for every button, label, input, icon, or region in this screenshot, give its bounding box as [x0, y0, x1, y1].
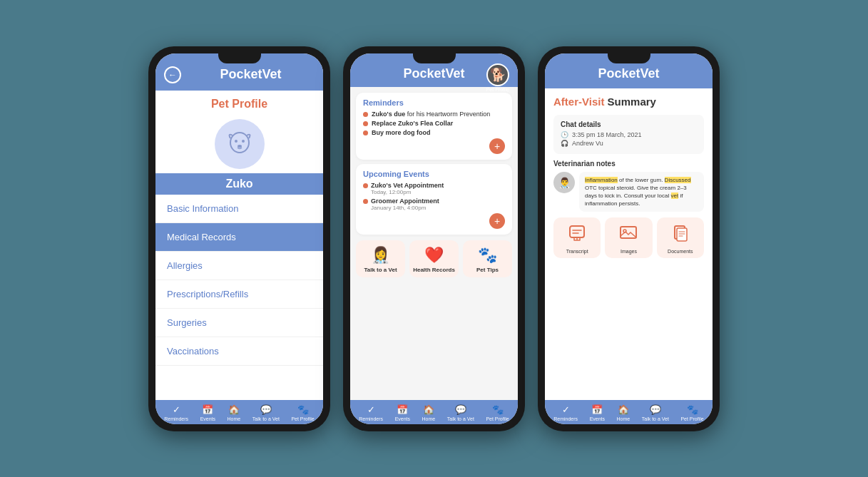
doc-actions: Transcript Images	[553, 217, 704, 258]
reminder-text-2: Replace Zuko's Flea Collar	[372, 120, 453, 127]
phone-1-notch	[218, 53, 261, 63]
images-icon	[618, 223, 638, 247]
footer-events-label: Events	[200, 416, 215, 421]
after-visit-title: After-Visit Summary	[553, 96, 704, 108]
doc-transcript[interactable]: Transcript	[553, 217, 601, 258]
vet-note-area: 👨‍⚕️ Inflammation of the lower gum. Disc…	[553, 172, 704, 212]
pet-tips-action-icon: 🐾	[478, 246, 497, 265]
menu-item-basic-info[interactable]: Basic Information	[155, 195, 323, 223]
p2-talk-vet-icon: 💬	[455, 404, 466, 415]
footer-reminders-label: Reminders	[164, 416, 188, 421]
title-dark: Summary	[608, 96, 656, 108]
p2-reminders-icon: ✓	[367, 404, 375, 415]
events-icon: 📅	[202, 404, 213, 415]
p3-footer-home-label: Home	[617, 416, 630, 421]
talk-vet-icon: 💬	[260, 404, 272, 415]
action-health-records[interactable]: ❤️ Health Records	[409, 240, 459, 277]
menu-item-surgeries[interactable]: Surgeries	[155, 309, 323, 337]
p2-footer-home[interactable]: 🏠 Home	[422, 404, 436, 421]
profile-label: Pet Profile	[486, 87, 509, 92]
back-icon: ←	[168, 70, 177, 80]
phone-2-profile-avatar[interactable]: 🐕 Pet Profile	[486, 63, 509, 92]
footer-reminders[interactable]: ✓ Reminders	[164, 404, 188, 421]
svg-point-2	[242, 140, 245, 143]
p3-footer-talk-vet[interactable]: 💬 Talk to a Vet	[642, 404, 669, 421]
footer-talk-vet[interactable]: 💬 Talk to a Vet	[252, 404, 280, 421]
add-reminder-button[interactable]: +	[489, 138, 505, 154]
reminders-title: Reminders	[363, 98, 505, 107]
p2-footer-pet-profile-label: Pet Profile	[486, 416, 509, 421]
phone-2: PocketVet 🐕 Pet Profile Reminders Zuko's…	[343, 46, 525, 431]
highlight-inflammation: Inflammation	[585, 177, 618, 183]
footer-home-label: Home	[228, 416, 241, 421]
event-dot-2	[363, 199, 368, 204]
doc-images[interactable]: Images	[605, 217, 652, 258]
svg-rect-5	[621, 227, 636, 238]
event-dot-1	[363, 183, 368, 188]
action-pet-tips-label: Pet Tips	[476, 267, 499, 273]
highlight-vet: vet	[671, 193, 679, 199]
p3-home-icon: 🏠	[618, 404, 629, 415]
chat-details-card: Chat details 🕒 3:35 pm 18 March, 2021 🎧 …	[553, 115, 704, 154]
phone-3-content: After-Visit Summary Chat details 🕒 3:35 …	[545, 88, 713, 400]
p3-talk-vet-icon: 💬	[650, 404, 661, 415]
phones-container: ← PocketVet Pet Profile	[148, 46, 720, 431]
p3-footer-reminders[interactable]: ✓ Reminders	[553, 404, 578, 421]
p2-home-icon: 🏠	[423, 404, 434, 415]
p2-footer-talk-vet[interactable]: 💬 Talk to a Vet	[447, 404, 474, 421]
chat-time: 3:35 pm 18 March, 2021	[572, 131, 642, 138]
footer-pet-profile-label: Pet Profile	[291, 416, 314, 421]
p3-footer-events[interactable]: 📅 Events	[590, 404, 605, 421]
phone-2-notch	[413, 53, 456, 63]
pet-name: Zuko	[155, 173, 323, 195]
event-time-2: January 14th, 4:00pm	[371, 205, 505, 211]
talk-vet-action-icon: 👩‍⚕️	[371, 246, 390, 265]
action-pet-tips[interactable]: 🐾 Pet Tips	[463, 240, 512, 277]
reminder-item-2: Replace Zuko's Flea Collar	[363, 120, 505, 127]
svg-point-0	[230, 133, 249, 153]
menu-item-vaccinations[interactable]: Vaccinations	[155, 337, 323, 366]
reminder-dot-3	[363, 130, 368, 135]
p2-footer-pet-profile[interactable]: 🐾 Pet Profile	[486, 404, 509, 421]
doc-documents[interactable]: Documents	[657, 217, 704, 258]
title-orange: After-Visit	[553, 96, 604, 108]
footer-pet-profile[interactable]: 🐾 Pet Profile	[291, 404, 314, 421]
vet-avatar: 👨‍⚕️	[553, 172, 575, 193]
p2-footer-home-label: Home	[422, 416, 436, 421]
menu-item-prescriptions[interactable]: Prescriptions/Refills	[155, 280, 323, 309]
event-name-1: Zuko's Vet Appointment	[363, 182, 505, 189]
menu-item-allergies[interactable]: Allergies	[155, 252, 323, 280]
p3-footer-talk-vet-label: Talk to a Vet	[642, 416, 669, 421]
svg-point-1	[235, 140, 238, 143]
event-item-2: Groomer Appointment January 14th, 4:00pm	[363, 198, 505, 211]
clock-icon: 🕒	[561, 131, 568, 138]
footer-home[interactable]: 🏠 Home	[228, 404, 241, 421]
p2-footer-reminders[interactable]: ✓ Reminders	[359, 404, 383, 421]
phone-3-notch	[608, 53, 650, 63]
p2-events-icon: 📅	[397, 404, 408, 415]
vet-notes-title: Veterinarian notes	[553, 160, 704, 168]
p2-footer-talk-vet-label: Talk to a Vet	[447, 416, 474, 421]
chat-time-row: 🕒 3:35 pm 18 March, 2021	[561, 131, 697, 138]
footer-events[interactable]: 📅 Events	[200, 404, 215, 421]
p3-footer-home[interactable]: 🏠 Home	[617, 404, 630, 421]
back-button[interactable]: ←	[164, 66, 181, 83]
p2-footer-events[interactable]: 📅 Events	[395, 404, 410, 421]
menu-item-medical-records[interactable]: Medical Records	[155, 223, 323, 252]
add-event-button[interactable]: +	[489, 213, 505, 229]
svg-rect-8	[677, 228, 687, 241]
vet-note-bubble: Inflammation of the lower gum. Discussed…	[579, 172, 704, 212]
phone-3-screen: PocketVet After-Visit Summary Chat detai…	[545, 53, 713, 424]
action-talk-vet[interactable]: 👩‍⚕️ Talk to a Vet	[356, 240, 405, 277]
p3-events-icon: 📅	[591, 404, 603, 415]
logo: PocketVet	[187, 67, 315, 82]
reminder-item-3: Buy more dog food	[363, 129, 505, 136]
action-health-records-label: Health Records	[413, 267, 455, 273]
reminder-text-1: Zuko's due for his Heartworm Prevention	[372, 111, 490, 118]
p3-footer-events-label: Events	[590, 416, 605, 421]
highlight-discussed: Discussed	[665, 177, 691, 183]
phone-2-logo: PocketVet	[403, 66, 464, 81]
p3-footer-pet-profile[interactable]: 🐾 Pet Profile	[680, 404, 703, 421]
images-label: Images	[621, 249, 637, 254]
phone-1-footer: ✓ Reminders 📅 Events 🏠 Home 💬 Talk to a …	[155, 400, 323, 424]
